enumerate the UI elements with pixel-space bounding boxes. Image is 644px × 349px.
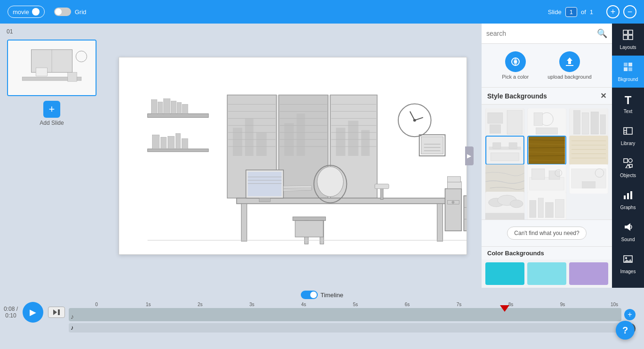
frame-step-button[interactable] bbox=[48, 307, 65, 318]
bottom-section: Timeline 0:08 / 0:10 ▶ bbox=[0, 288, 644, 349]
panel-collapse-button[interactable]: ▶ bbox=[465, 146, 474, 165]
svg-rect-155 bbox=[624, 63, 628, 66]
svg-line-120 bbox=[529, 147, 565, 148]
svg-rect-167 bbox=[624, 195, 626, 199]
search-icon[interactable]: 🔍 bbox=[597, 28, 607, 39]
add-slide-button[interactable]: + Add Slide bbox=[40, 101, 64, 126]
sidebar-item-objects[interactable]: Objects bbox=[612, 152, 644, 184]
bg-thumb-1[interactable] bbox=[527, 108, 566, 138]
svg-rect-116 bbox=[509, 142, 517, 148]
svg-rect-54 bbox=[163, 98, 170, 114]
bg-thumb-street[interactable] bbox=[527, 192, 566, 220]
svg-rect-63 bbox=[182, 138, 188, 149]
zoom-in-button[interactable]: + bbox=[606, 5, 620, 18]
svg-point-144 bbox=[510, 200, 523, 207]
sidebar-item-layouts[interactable]: Layouts bbox=[612, 24, 644, 56]
svg-point-164 bbox=[628, 159, 632, 162]
bg-thumb-0[interactable] bbox=[485, 108, 524, 138]
svg-rect-47 bbox=[421, 137, 443, 154]
tick-0: 0 bbox=[71, 302, 122, 307]
svg-rect-106 bbox=[534, 113, 542, 125]
svg-rect-149 bbox=[546, 202, 553, 217]
upload-background-button[interactable]: upload background bbox=[547, 51, 592, 80]
canvas-area: ▶ bbox=[104, 24, 482, 288]
timeline-toggle-bar: Timeline bbox=[0, 288, 644, 302]
sidebar-item-sound[interactable]: Sound bbox=[612, 216, 644, 248]
bg-thumb-3[interactable] bbox=[485, 136, 524, 165]
svg-rect-114 bbox=[491, 153, 519, 161]
slide-thumbnail[interactable] bbox=[7, 40, 97, 96]
sidebar-item-images[interactable]: Images bbox=[612, 248, 644, 280]
color-swatch-lavender[interactable] bbox=[569, 262, 608, 285]
movie-toggle[interactable]: movie bbox=[8, 6, 45, 18]
add-slide-plus-icon: + bbox=[43, 101, 60, 118]
timeline-track[interactable]: ♪ bbox=[69, 308, 621, 321]
timeline-add-button[interactable]: + bbox=[624, 309, 636, 320]
svg-rect-66 bbox=[437, 203, 443, 241]
time-display: 0:08 / 0:10 bbox=[4, 306, 18, 319]
timeline-note-icon: ♪ bbox=[71, 313, 74, 320]
tick-5: 5s bbox=[330, 302, 381, 307]
timeline-playhead[interactable] bbox=[500, 305, 509, 312]
timeline-ruler: 0 1s 2s 3s 4s 5s 6s 7s 8s 9s 10s bbox=[69, 302, 640, 307]
svg-rect-105 bbox=[536, 128, 558, 134]
tick-8: 8s bbox=[485, 302, 537, 307]
bg-thumb-outdoor[interactable] bbox=[527, 164, 566, 194]
svg-rect-98 bbox=[566, 65, 573, 66]
library-label: Library bbox=[621, 141, 636, 146]
svg-point-97 bbox=[514, 60, 517, 63]
color-swatch-light-blue[interactable] bbox=[527, 262, 566, 285]
svg-rect-110 bbox=[591, 112, 598, 134]
svg-rect-152 bbox=[628, 30, 633, 34]
sound-label: Sound bbox=[621, 237, 635, 242]
search-input[interactable] bbox=[486, 30, 593, 37]
svg-rect-131 bbox=[485, 164, 524, 194]
svg-rect-94 bbox=[447, 181, 461, 188]
timeline-label: Timeline bbox=[321, 292, 344, 299]
svg-rect-39 bbox=[348, 121, 358, 156]
help-button[interactable]: ? bbox=[616, 321, 635, 340]
zoom-controls: + − bbox=[606, 5, 636, 18]
bg-thumb-paper[interactable] bbox=[569, 136, 608, 165]
graphs-icon bbox=[623, 190, 633, 203]
svg-rect-62 bbox=[176, 133, 180, 149]
bg-thumb-indoor[interactable] bbox=[569, 164, 608, 194]
tick-6: 6s bbox=[381, 302, 433, 307]
slide-canvas[interactable] bbox=[119, 57, 467, 255]
sidebar-item-text[interactable]: T Text bbox=[612, 88, 644, 120]
bg-thumb-clouds[interactable] bbox=[485, 192, 524, 220]
timeline-ruler-wrap: 0 1s 2s 3s 4s 5s 6s 7s 8s 9s 10s ♪ ♪ bbox=[69, 302, 640, 333]
svg-point-85 bbox=[451, 201, 454, 203]
sidebar-item-library[interactable]: Library bbox=[612, 120, 644, 152]
svg-rect-60 bbox=[161, 137, 166, 149]
toggle-dot bbox=[32, 8, 40, 16]
zoom-out-button[interactable]: − bbox=[623, 5, 636, 18]
svg-rect-150 bbox=[555, 199, 564, 217]
bg-thumb-marble[interactable] bbox=[485, 164, 524, 194]
cant-find-button[interactable]: Can't find what you need? bbox=[507, 227, 586, 240]
time-total: 0:10 bbox=[5, 312, 16, 319]
sidebar-item-background[interactable]: Bkground bbox=[612, 56, 644, 88]
style-backgrounds-close[interactable]: ✕ bbox=[600, 91, 606, 100]
pick-color-button[interactable]: Pick a color bbox=[502, 51, 529, 80]
svg-rect-40 bbox=[361, 130, 370, 156]
bg-thumb-wood[interactable] bbox=[527, 136, 566, 165]
grid-toggle-group: Grid bbox=[54, 8, 87, 16]
svg-line-122 bbox=[529, 155, 565, 156]
color-swatch-teal[interactable] bbox=[485, 262, 524, 285]
timeline-toggle-switch[interactable] bbox=[301, 291, 318, 299]
play-button[interactable]: ▶ bbox=[23, 302, 43, 323]
svg-rect-168 bbox=[627, 193, 629, 199]
upload-icon bbox=[559, 51, 580, 72]
library-icon bbox=[623, 126, 633, 139]
svg-rect-169 bbox=[630, 191, 632, 199]
grid-toggle-switch[interactable] bbox=[54, 8, 71, 16]
tick-4: 4s bbox=[278, 302, 330, 307]
sidebar-item-graphs[interactable]: Graphs bbox=[612, 184, 644, 216]
slide-number-box[interactable]: 1 bbox=[565, 7, 577, 17]
timeline-toggle-group: Timeline bbox=[301, 291, 344, 299]
svg-rect-79 bbox=[293, 217, 326, 220]
layouts-icon bbox=[623, 30, 633, 43]
bg-thumb-2[interactable] bbox=[569, 108, 608, 138]
timeline-secondary-track[interactable]: ♪ bbox=[69, 323, 621, 333]
